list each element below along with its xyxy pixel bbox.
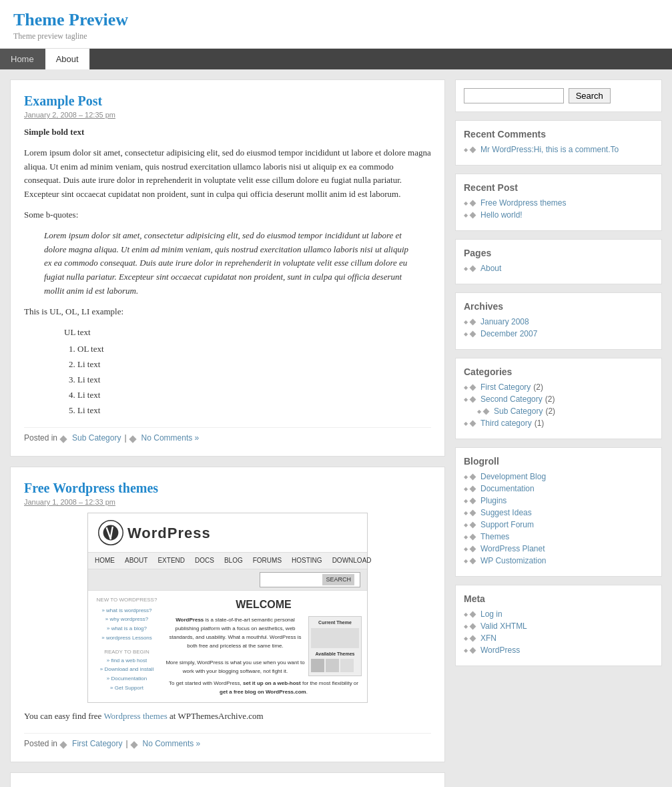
- bullet-icon: [470, 546, 476, 553]
- wp-nav-item: DOWNLOAD: [332, 555, 372, 566]
- bullet-icon: [470, 474, 476, 481]
- pages-widget: Pages About: [455, 239, 662, 284]
- nav-item-about[interactable]: About: [45, 49, 90, 69]
- list-item: Hello world!: [464, 210, 653, 220]
- wp-nav-item: HOSTING: [292, 555, 322, 566]
- list-item: Plugins: [464, 496, 653, 505]
- bullet-icon: [470, 558, 476, 565]
- ul-example-label: This is UL, OL, LI example:: [24, 305, 431, 319]
- post-link-example[interactable]: Example Post: [24, 93, 102, 108]
- list-item: Mr WordPress:Hi, this is a comment.To: [464, 145, 653, 154]
- category-count: (2): [545, 407, 555, 416]
- post-category-link[interactable]: First Category: [72, 739, 122, 748]
- bullet-icon: [470, 212, 476, 219]
- recent-post-widget: Recent Post Free Wordpress themes Hello …: [455, 174, 662, 231]
- comment-icon: [129, 435, 136, 443]
- list-item: WordPress Planet: [464, 544, 653, 553]
- list-item: Li text: [77, 388, 431, 403]
- post-title-free-wp: Free Wordpress themes: [24, 481, 431, 496]
- subcategory-link[interactable]: Sub Category: [494, 407, 543, 416]
- category-icon: [59, 435, 67, 443]
- wp-main: WELCOME WordPress is a state-of-the-art …: [165, 596, 362, 697]
- wordpress-themes-link[interactable]: Wordpress themes: [103, 711, 167, 721]
- bullet-icon: [470, 510, 476, 517]
- list-item: Valid XHTML: [464, 621, 653, 631]
- list-item: Free Wordpress themes: [464, 198, 653, 208]
- list-item: UL text OL text Li text Li text Li text …: [64, 326, 431, 418]
- archive-link[interactable]: December 2007: [480, 329, 537, 338]
- main-content: Example Post January 2, 2008 – 12:35 pm …: [10, 79, 445, 787]
- list-item: WordPress: [464, 645, 653, 655]
- blogroll-link[interactable]: Development Blog: [480, 472, 546, 481]
- wp-nav-item: FORUMS: [253, 555, 282, 566]
- blogroll-link[interactable]: WordPress Planet: [480, 544, 545, 553]
- list-item: January 2008: [464, 317, 653, 326]
- wp-logo-icon: [98, 520, 123, 545]
- blogroll-link[interactable]: Suggest Ideas: [480, 508, 532, 517]
- nav-link-home[interactable]: Home: [0, 49, 45, 69]
- blogroll-link[interactable]: Documentation: [480, 484, 535, 493]
- blogroll-link[interactable]: Themes: [480, 532, 509, 541]
- recent-post-link[interactable]: Free Wordpress themes: [480, 198, 567, 208]
- archive-link[interactable]: January 2008: [480, 317, 529, 326]
- wp-body: NEW TO WORDPRESS? » what is wordpress? »…: [88, 591, 367, 702]
- bquotes-label: Some b-quotes:: [24, 208, 431, 222]
- recent-comments-widget: Recent Comments Mr WordPress:Hi, this is…: [455, 120, 662, 166]
- category-link[interactable]: First Category: [480, 382, 531, 392]
- post-blockquote: Lorem ipsum dolor sit amet, consectetur …: [44, 229, 411, 298]
- list-item: Second Category (2): [464, 395, 653, 404]
- no-comments-link[interactable]: No Comments »: [141, 433, 200, 443]
- search-button[interactable]: Search: [569, 88, 611, 103]
- comment-icon: [130, 741, 137, 748]
- wp-nav-item: BLOG: [224, 555, 243, 566]
- categories-title: Categories: [464, 366, 653, 377]
- bold-text: Simple bold text: [24, 127, 84, 137]
- blogroll-link[interactable]: Plugins: [480, 496, 507, 505]
- category-count: (1): [535, 419, 545, 428]
- bullet-icon: [483, 409, 490, 415]
- wp-nav-item: HOME: [95, 555, 115, 566]
- list-item: Log in: [464, 609, 653, 619]
- bullet-icon: [470, 623, 476, 630]
- bullet-icon: [470, 397, 476, 403]
- meta-link[interactable]: Valid XHTML: [480, 621, 527, 631]
- wp-screenshot-container: WordPress HOME ABOUT EXTEND DOCS BLOG FO…: [24, 513, 431, 702]
- meta-link[interactable]: XFN: [480, 633, 496, 643]
- list-item: Suggest Ideas: [464, 508, 653, 517]
- bullet-icon: [470, 486, 476, 493]
- wp-screenshot: WordPress HOME ABOUT EXTEND DOCS BLOG FO…: [87, 513, 368, 702]
- list-item: Li text: [77, 358, 431, 372]
- meta-title: Meta: [464, 593, 653, 604]
- wp-search-box: [266, 574, 319, 585]
- post-content-example: Simple bold text Lorem ipsum dolor sit a…: [24, 125, 431, 417]
- list-item: Support Forum: [464, 520, 653, 529]
- nav-item-home[interactable]: Home: [0, 49, 45, 69]
- category-link[interactable]: Third category: [480, 419, 532, 428]
- post-link-free-wp[interactable]: Free Wordpress themes: [24, 481, 158, 495]
- post-category-link[interactable]: Sub Category: [72, 433, 121, 443]
- search-input[interactable]: [464, 88, 564, 103]
- meta-link[interactable]: WordPress: [480, 645, 520, 655]
- list-item: XFN: [464, 633, 653, 643]
- bullet-icon: [470, 611, 476, 618]
- recent-post-title: Recent Post: [464, 182, 653, 193]
- bullet-icon: [470, 319, 476, 326]
- recent-comment-link[interactable]: Mr WordPress:Hi, this is a comment.To: [480, 145, 619, 154]
- bullet-icon: [470, 498, 476, 505]
- category-link[interactable]: Second Category: [480, 395, 543, 404]
- bullet-icon: [470, 647, 476, 654]
- bullet-icon: [470, 147, 476, 154]
- category-icon: [59, 741, 67, 748]
- wp-theme-panel: Current Theme Available Themes: [308, 616, 362, 676]
- list-item: First Category (2): [464, 382, 653, 392]
- meta-link[interactable]: Log in: [480, 609, 502, 619]
- blogroll-link[interactable]: Support Forum: [480, 520, 534, 529]
- post-hello-world: Hello world! December 26, 2007 – 7:46 pm…: [10, 772, 445, 787]
- wp-search-btn: SEARCH: [322, 574, 354, 585]
- page-link[interactable]: About: [480, 264, 501, 273]
- blogroll-link[interactable]: WP Customization: [480, 556, 546, 565]
- posted-in-label: Posted in: [24, 433, 57, 443]
- no-comments-link[interactable]: No Comments »: [143, 739, 201, 748]
- nav-link-about[interactable]: About: [45, 49, 90, 69]
- recent-post-link[interactable]: Hello world!: [480, 210, 523, 220]
